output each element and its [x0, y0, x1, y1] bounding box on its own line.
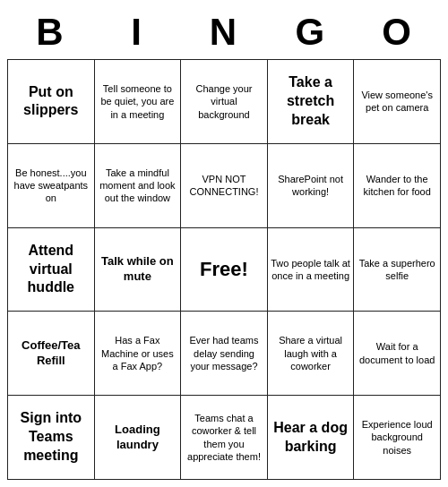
bingo-cell-17[interactable]: Ever had teams delay sending your messag…	[181, 312, 268, 396]
bingo-cell-2[interactable]: Change your virtual background	[181, 60, 268, 144]
bingo-cell-8[interactable]: SharePoint not working!	[268, 144, 355, 228]
bingo-cell-6[interactable]: Take a mindful moment and look out the w…	[95, 144, 182, 228]
bingo-cell-9[interactable]: Wander to the kitchen for food	[354, 144, 441, 228]
bingo-cell-21[interactable]: Loading laundry	[95, 396, 182, 480]
bingo-grid: Put on slippersTell someone to be quiet,…	[7, 59, 441, 480]
bingo-cell-18[interactable]: Share a virtual laugh with a coworker	[268, 312, 355, 396]
title-g: G	[267, 11, 354, 54]
bingo-cell-15[interactable]: Coffee/Tea Refill	[8, 312, 95, 396]
bingo-cell-1[interactable]: Tell someone to be quiet, you are in a m…	[95, 60, 182, 144]
bingo-cell-13[interactable]: Two people talk at once in a meeting	[268, 228, 355, 312]
title-n: N	[181, 11, 268, 54]
bingo-cell-11[interactable]: Talk while on mute	[95, 228, 182, 312]
bingo-cell-7[interactable]: VPN NOT CONNECTING!	[181, 144, 268, 228]
bingo-cell-10[interactable]: Attend virtual huddle	[8, 228, 95, 312]
bingo-cell-23[interactable]: Hear a dog barking	[268, 396, 355, 480]
bingo-title: B I N G O	[7, 7, 441, 59]
title-o: O	[354, 11, 441, 54]
title-i: I	[94, 11, 181, 54]
bingo-cell-24[interactable]: Experience loud background noises	[354, 396, 441, 480]
bingo-cell-22[interactable]: Teams chat a coworker & tell them you ap…	[181, 396, 268, 480]
bingo-cell-0[interactable]: Put on slippers	[8, 60, 95, 144]
bingo-cell-4[interactable]: View someone's pet on camera	[354, 60, 441, 144]
bingo-cell-14[interactable]: Take a superhero selfie	[354, 228, 441, 312]
title-b: B	[7, 11, 94, 54]
bingo-cell-20[interactable]: Sign into Teams meeting	[8, 396, 95, 480]
bingo-cell-5[interactable]: Be honest....you have sweatpants on	[8, 144, 95, 228]
bingo-cell-12[interactable]: Free!	[181, 228, 268, 312]
bingo-cell-19[interactable]: Wait for a document to load	[354, 312, 441, 396]
bingo-cell-3[interactable]: Take a stretch break	[268, 60, 355, 144]
bingo-cell-16[interactable]: Has a Fax Machine or uses a Fax App?	[95, 312, 182, 396]
